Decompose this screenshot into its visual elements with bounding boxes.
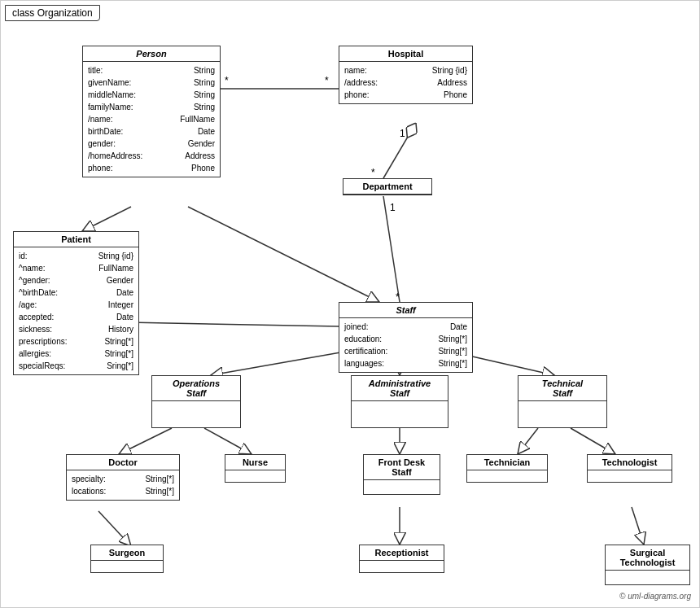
svg-line-24	[632, 507, 644, 545]
receptionist-title: Receptionist	[360, 545, 444, 561]
svg-line-18	[204, 428, 252, 454]
surgeon-box: Surgeon	[90, 545, 164, 573]
technologist-title: Technologist	[588, 455, 672, 470]
administrative-staff-box: Administrative Staff	[351, 375, 448, 428]
svg-line-17	[119, 428, 172, 454]
svg-line-5	[383, 123, 416, 178]
svg-text:*: *	[396, 291, 400, 303]
svg-line-14	[211, 349, 359, 375]
hospital-title: Hospital	[339, 46, 472, 62]
person-box: Person title:String givenName:String mid…	[82, 46, 221, 177]
staff-title: Staff	[339, 303, 472, 318]
doctor-box: Doctor specialty:String[*] locations:Str…	[66, 454, 180, 501]
nurse-box: Nurse	[225, 454, 286, 483]
svg-line-21	[571, 428, 615, 454]
technician-title: Technician	[467, 455, 547, 470]
hospital-box: Hospital name:String {id} /address:Addre…	[339, 46, 473, 104]
technician-box: Technician	[466, 454, 548, 483]
operations-staff-box: Operations Staff	[151, 375, 241, 428]
hospital-attrs: name:String {id} /address:Address phone:…	[339, 62, 472, 103]
diagram-container: class Organization * * 1 *	[0, 0, 700, 608]
department-title: Department	[343, 179, 431, 195]
diagram-title: class Organization	[5, 5, 100, 21]
svg-text:1: 1	[390, 202, 396, 213]
doctor-attrs: specialty:String[*] locations:String[*]	[67, 470, 179, 500]
svg-line-11	[127, 322, 339, 326]
svg-text:*: *	[225, 75, 229, 86]
patient-attrs: id:String {id} ^name:FullName ^gender:Ge…	[14, 247, 138, 374]
copyright: © uml-diagrams.org	[619, 592, 691, 601]
doctor-title: Doctor	[67, 455, 179, 470]
person-title: Person	[83, 46, 220, 62]
svg-line-22	[98, 511, 131, 546]
front-desk-staff-title: Front Desk Staff	[364, 455, 440, 480]
department-box: Department	[343, 178, 432, 195]
svg-line-3	[82, 207, 131, 231]
surgical-technologist-title: Surgical Technologist	[606, 545, 689, 571]
patient-title: Patient	[14, 232, 138, 247]
svg-text:*: *	[371, 167, 375, 178]
administrative-staff-title: Administrative Staff	[352, 376, 448, 401]
operations-staff-title: Operations Staff	[152, 376, 240, 401]
surgical-technologist-box: Surgical Technologist	[605, 545, 690, 585]
staff-attrs: joined:Date education:String[*] certific…	[339, 318, 472, 372]
technologist-box: Technologist	[587, 454, 672, 483]
svg-line-8	[383, 196, 400, 302]
surgeon-title: Surgeon	[91, 545, 163, 561]
receptionist-box: Receptionist	[359, 545, 444, 573]
technical-staff-title: Technical Staff	[518, 376, 606, 401]
person-attrs: title:String givenName:String middleName…	[83, 62, 220, 177]
svg-line-20	[518, 428, 538, 454]
svg-text:*: *	[325, 75, 329, 86]
svg-text:1: 1	[400, 128, 405, 139]
svg-line-4	[188, 207, 379, 302]
patient-box: Patient id:String {id} ^name:FullName ^g…	[13, 231, 139, 375]
staff-box: Staff joined:Date education:String[*] ce…	[339, 302, 473, 373]
front-desk-staff-box: Front Desk Staff	[363, 454, 440, 495]
nurse-title: Nurse	[225, 455, 285, 470]
technical-staff-box: Technical Staff	[518, 375, 607, 428]
